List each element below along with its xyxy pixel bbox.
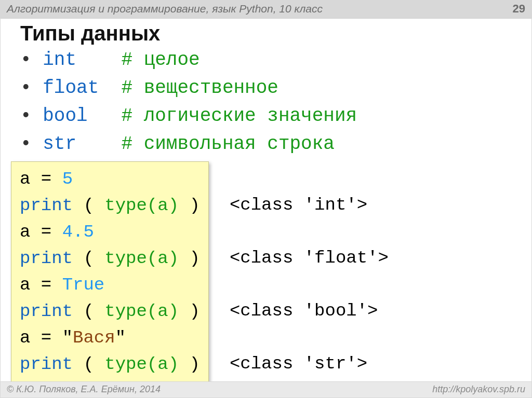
copyright-text: © К.Ю. Поляков, Е.А. Ерёмин, 2014 [7,384,161,395]
spacer [76,49,121,71]
code-eq: = [30,328,62,348]
code-paren: ) [179,249,200,268]
page-title: Типы данных [20,22,531,45]
code-box: a = 5 print ( type(a) ) a = 4.5 print ( … [11,161,209,383]
code-var: a [20,169,30,189]
content-area: • int # целое • float # вещественное • b… [20,46,531,383]
spacer [99,77,121,99]
code-paren: ) [179,196,200,215]
example-row: a = 5 print ( type(a) ) a = 4.5 print ( … [20,161,531,383]
code-literal: 4.5 [62,222,94,242]
type-name: int [43,49,76,71]
list-item: • float # вещественное [20,74,531,102]
page-number: 29 [513,2,525,16]
spacer [76,133,121,155]
slide: Алгоритмизация и программирование, язык … [0,0,532,398]
type-name: float [43,77,99,99]
code-func: print [20,249,83,268]
code-paren: ( [83,354,104,374]
output-line: <class 'bool'> [230,301,378,321]
type-comment: # целое [121,49,200,71]
code-func: print [20,301,83,321]
header-bar: Алгоритмизация и программирование, язык … [1,1,531,19]
type-comment: # символьная строка [121,133,334,155]
subject-text: Алгоритмизация и программирование, язык … [7,3,323,15]
code-paren: ) [179,354,200,374]
bullet-icon: • [20,77,43,99]
code-call: type(a) [104,249,179,268]
output-line: <class 'float'> [230,248,389,268]
bullet-icon: • [20,133,43,155]
footer-url: http://kpolyakov.spb.ru [432,384,525,395]
code-call: type(a) [104,301,179,321]
code-eq: = [30,169,62,189]
bullet-icon: • [20,105,43,127]
code-quote: " [62,328,73,348]
code-paren: ( [83,301,104,321]
code-quote: " [115,328,126,348]
code-paren: ( [83,196,104,215]
output-line: <class 'str'> [230,354,367,374]
spacer [88,105,122,127]
footer-bar: © К.Ю. Поляков, Е.А. Ерёмин, 2014 http:/… [1,381,531,397]
code-var: a [20,222,30,242]
code-var: a [20,328,30,348]
code-literal: True [62,275,105,295]
code-call: type(a) [104,354,179,374]
code-call: type(a) [104,196,179,215]
code-string: Вася [73,328,115,348]
output-box: <class 'int'> <class 'float'> <class 'bo… [230,166,389,377]
code-eq: = [30,222,62,242]
type-comment: # логические значения [121,105,357,127]
code-literal: 5 [62,169,73,189]
type-comment: # вещественное [121,77,278,99]
code-func: print [20,354,83,374]
output-line: <class 'int'> [230,195,367,215]
code-eq: = [30,275,62,295]
type-name: str [43,133,76,155]
list-item: • str # символьная строка [20,130,531,158]
list-item: • int # целое [20,46,531,74]
type-name: bool [43,105,87,127]
type-list: • int # целое • float # вещественное • b… [20,46,531,158]
code-var: a [20,275,30,295]
code-paren: ( [83,249,104,268]
bullet-icon: • [20,49,43,71]
code-paren: ) [179,301,200,321]
list-item: • bool # логические значения [20,102,531,130]
code-func: print [20,196,83,215]
